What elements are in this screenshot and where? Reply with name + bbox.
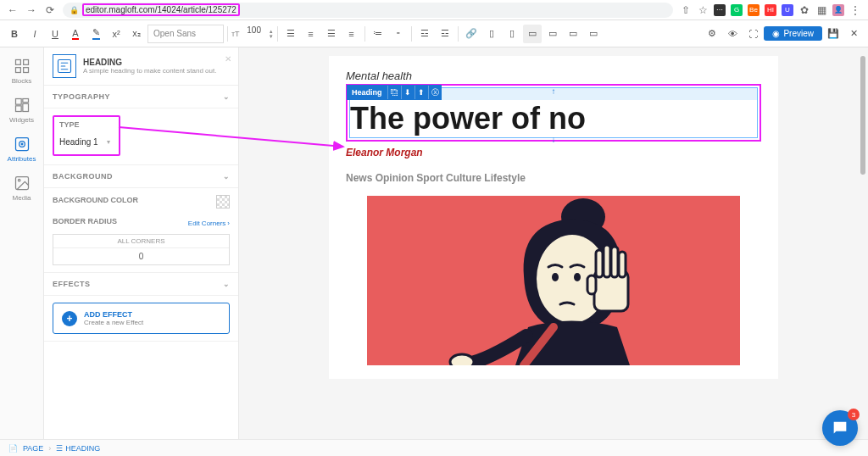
svg-rect-2 xyxy=(15,68,20,73)
svg-point-10 xyxy=(21,143,23,145)
unordered-list-button[interactable]: ⁃ xyxy=(389,25,408,43)
breadcrumb-page[interactable]: PAGE xyxy=(23,444,43,453)
selection-move-button[interactable]: ⬆ xyxy=(415,86,428,99)
svg-point-25 xyxy=(450,354,474,365)
device-wide-button[interactable]: ▭ xyxy=(564,25,582,43)
device-tablet-landscape-button[interactable]: ▭ xyxy=(523,25,542,43)
resize-handle-top-icon[interactable]: ↑ xyxy=(552,86,556,96)
address-bar[interactable]: 🔒 editor.magloft.com/14024/article/12527… xyxy=(63,3,673,18)
device-tablet-portrait-button[interactable]: ▯ xyxy=(503,25,521,43)
chat-widget[interactable]: 3 xyxy=(822,410,858,446)
superscript-button[interactable]: x² xyxy=(107,25,125,43)
link-button[interactable]: 🔗 xyxy=(462,25,481,43)
main-layout: Blocks Widgets Attributes Media HEADING … xyxy=(0,47,868,439)
extension-5[interactable]: U xyxy=(782,4,793,16)
bg-color-swatch[interactable] xyxy=(216,195,230,209)
list-button-2[interactable]: ☲ xyxy=(436,25,454,43)
border-radius-label: BORDER RADIUS xyxy=(53,217,117,225)
heading-type-select[interactable]: Heading 1 xyxy=(59,132,114,151)
svg-rect-22 xyxy=(611,247,618,277)
resize-handle-bottom-icon[interactable]: ↓ xyxy=(552,135,556,144)
canvas-scrollbar[interactable] xyxy=(860,56,865,175)
device-desktop-button[interactable]: ▭ xyxy=(543,25,562,43)
fullscreen-button[interactable]: ⛶ xyxy=(743,25,762,43)
preview-button[interactable]: ◉Preview xyxy=(764,26,822,41)
back-button[interactable]: ← xyxy=(7,4,19,16)
align-right-button[interactable]: ☰ xyxy=(322,25,341,43)
font-color-button[interactable]: A xyxy=(66,25,85,43)
add-effect-button[interactable]: + ADD EFFECT Create a new Effect xyxy=(53,303,230,334)
background-section-header[interactable]: BACKGROUND⌄ xyxy=(44,165,238,188)
corners-input: ALL CORNERS 0 xyxy=(53,234,230,265)
article-nav-links[interactable]: News Opinion Sport Culture Lifestyle xyxy=(346,172,761,184)
puzzle-icon[interactable]: ▦ xyxy=(815,4,827,16)
size-down[interactable]: ▼ xyxy=(269,34,274,39)
align-left-button[interactable]: ☰ xyxy=(281,25,300,43)
heading-selection-annotation: Heading ⿻ ⬇ ⬆ ⓧ ↑ The power of no ↓ xyxy=(346,84,761,142)
extension-3[interactable]: Be xyxy=(748,4,760,16)
font-family-select[interactable]: Open Sans xyxy=(147,25,224,43)
woman-stop-illustration xyxy=(367,196,740,365)
sidebar-item-attributes[interactable]: Attributes xyxy=(2,131,42,168)
sidebar-item-widgets[interactable]: Widgets xyxy=(2,92,42,129)
subscript-button[interactable]: x₂ xyxy=(127,25,146,43)
author-text[interactable]: Eleanor Morgan xyxy=(346,147,761,158)
align-center-button[interactable]: ≡ xyxy=(302,25,320,43)
svg-rect-5 xyxy=(22,99,28,103)
extensions-menu-icon[interactable]: ✿ xyxy=(798,4,810,16)
ordered-list-button[interactable]: ≔ xyxy=(369,25,387,43)
canvas-area: Mental health Heading ⿻ ⬇ ⬆ ⓧ ↑ The powe… xyxy=(239,47,868,439)
sidebar-item-media[interactable]: Media xyxy=(2,170,42,207)
view-button[interactable]: 👁 xyxy=(723,25,742,43)
close-editor-button[interactable]: ✕ xyxy=(844,25,863,43)
typography-section-header[interactable]: TYPOGRAPHY⌄ xyxy=(44,86,238,108)
effects-section-header[interactable]: EFFECTS⌄ xyxy=(44,273,238,296)
page-icon: 📄 xyxy=(8,444,18,453)
widget-title: HEADING xyxy=(83,58,216,67)
plus-icon: + xyxy=(62,311,77,326)
article-illustration[interactable] xyxy=(367,196,740,365)
forward-button[interactable]: → xyxy=(25,4,37,16)
svg-rect-6 xyxy=(15,106,21,112)
browser-menu-icon[interactable]: ⋮ xyxy=(849,4,861,16)
browser-extensions: ⇧ ☆ ⋯ G Be HI U ✿ ▦ 👤 ⋮ xyxy=(680,4,861,16)
chevron-down-icon: ⌄ xyxy=(223,280,231,288)
svg-point-17 xyxy=(552,273,559,281)
chevron-down-icon: ⌄ xyxy=(223,172,231,181)
device-full-button[interactable]: ▭ xyxy=(584,25,603,43)
font-size-input[interactable]: 100 xyxy=(242,25,267,42)
sidebar-item-blocks[interactable]: Blocks xyxy=(2,53,42,90)
widget-subtitle: A simple heading to make content stand o… xyxy=(83,67,216,75)
highlight-button[interactable]: ✎ xyxy=(86,25,105,43)
category-text[interactable]: Mental health xyxy=(346,70,761,82)
device-phone-button[interactable]: ▯ xyxy=(482,25,501,43)
underline-button[interactable]: U xyxy=(46,25,64,43)
extension-2[interactable]: G xyxy=(731,4,743,16)
italic-button[interactable]: I xyxy=(25,25,44,43)
selection-delete-button[interactable]: ⓧ xyxy=(428,86,442,99)
breadcrumb-heading[interactable]: ☰ HEADING xyxy=(56,444,100,453)
heading-text[interactable]: The power of no xyxy=(350,100,757,137)
avatar-icon[interactable]: 👤 xyxy=(832,4,844,16)
share-icon[interactable]: ⇧ xyxy=(680,4,692,16)
settings-button[interactable]: ⚙ xyxy=(703,25,721,43)
edit-corners-link[interactable]: Edit Corners› xyxy=(188,220,230,227)
typography-section: TYPE Heading 1 xyxy=(44,108,238,165)
all-corners-value[interactable]: 0 xyxy=(53,248,229,264)
svg-rect-20 xyxy=(596,250,603,277)
reload-button[interactable]: ⟳ xyxy=(44,4,56,16)
article-canvas[interactable]: Mental health Heading ⿻ ⬇ ⬆ ⓧ ↑ The powe… xyxy=(329,56,778,379)
text-size-icon: тT xyxy=(231,30,240,38)
bold-button[interactable]: B xyxy=(5,25,24,43)
extension-4[interactable]: HI xyxy=(765,4,776,16)
save-button[interactable]: 💾 xyxy=(824,25,843,43)
list-button-1[interactable]: ☲ xyxy=(415,25,434,43)
browser-chrome: ← → ⟳ 🔒 editor.magloft.com/14024/article… xyxy=(0,0,868,20)
widget-close-button[interactable]: ✕ xyxy=(225,54,231,64)
extension-1[interactable]: ⋯ xyxy=(714,4,726,16)
bookmark-icon[interactable]: ☆ xyxy=(697,4,709,16)
selection-save-button[interactable]: ⬇ xyxy=(401,86,415,99)
properties-panel: HEADING A simple heading to make content… xyxy=(44,47,239,439)
align-justify-button[interactable]: ≡ xyxy=(342,25,361,43)
selection-copy-button[interactable]: ⿻ xyxy=(387,86,401,99)
